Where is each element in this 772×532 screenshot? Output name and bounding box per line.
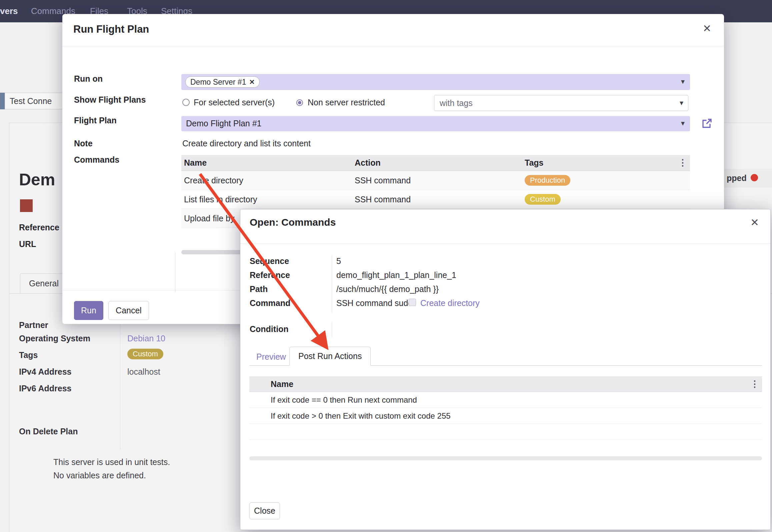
- row-name: If exit code == 0 then Run next command: [268, 395, 762, 405]
- commands-modal-close-icon[interactable]: ✕: [750, 217, 759, 228]
- cancel-button[interactable]: Cancel: [108, 301, 149, 320]
- ipv4-label: IPv4 Address: [19, 367, 71, 377]
- external-link-icon[interactable]: [701, 117, 713, 129]
- tab-preview[interactable]: Preview: [256, 352, 286, 362]
- table-row[interactable]: If exit code > 0 then Exit with custom e…: [249, 408, 762, 424]
- server-title-fragment: Dem: [19, 170, 55, 189]
- row-name: List files in directory: [181, 195, 352, 204]
- commands-label: Commands: [74, 155, 119, 165]
- run-modal-title: Run Flight Plan: [73, 23, 149, 35]
- tab-general-label: General: [29, 279, 59, 288]
- col-action: Action: [352, 158, 522, 168]
- label-value-divider: [120, 318, 120, 450]
- command-link[interactable]: Create directory: [420, 298, 480, 308]
- flight-plan-label: Flight Plan: [74, 116, 117, 125]
- tag-badge: Production: [525, 175, 570, 186]
- run-modal-close-icon[interactable]: ✕: [703, 23, 711, 34]
- commands-table-header: Name Action Tags ⋮: [181, 155, 690, 171]
- show-flight-plans-label: Show Flight Plans: [74, 95, 146, 105]
- with-tags-select[interactable]: with tags ▾: [434, 95, 688, 111]
- partner-label: Partner: [19, 320, 48, 330]
- tab-post-run-actions-label: Post Run Actions: [298, 351, 362, 361]
- tab-general[interactable]: General: [20, 273, 68, 293]
- run-on-label: Run on: [74, 74, 103, 84]
- url-label: URL: [19, 239, 36, 249]
- status-dot-icon: [751, 174, 758, 181]
- server-chip: Demo Server #1 ✕: [185, 76, 260, 88]
- radio-dot: [298, 101, 301, 104]
- tags-value-badge: Custom: [127, 349, 163, 359]
- commands-modal-title: Open: Commands: [250, 217, 336, 228]
- form-column-divider: [175, 252, 175, 292]
- condition-label: Condition: [250, 324, 289, 334]
- actions-table-header: Name ⋮: [249, 376, 762, 392]
- reference-label: Reference: [19, 223, 59, 232]
- server-chip-label: Demo Server #1: [190, 78, 246, 87]
- color-swatch: [20, 199, 33, 212]
- caret-down-icon: ▾: [680, 99, 683, 107]
- os-value-link[interactable]: Debian 10: [127, 334, 165, 343]
- plan-description: Create directory and list its content: [182, 139, 311, 148]
- on-delete-plan-label: On Delete Plan: [19, 427, 78, 436]
- run-on-select[interactable]: Demo Server #1 ✕ ▾: [181, 74, 690, 90]
- unit-test-note: This server is used in unit tests.: [53, 457, 170, 467]
- cut-button-sliver: [0, 93, 5, 109]
- no-variables-note: No variables are defined.: [53, 471, 146, 480]
- col-name: Name: [181, 158, 352, 168]
- reference-field-label: Reference: [250, 270, 290, 280]
- field-divider: [332, 255, 332, 313]
- close-button[interactable]: Close: [249, 502, 280, 519]
- radio-non-server-restricted[interactable]: [296, 99, 303, 106]
- ipv6-label: IPv6 Address: [19, 384, 71, 393]
- sequence-value: 5: [336, 256, 341, 266]
- with-tags-placeholder: with tags: [440, 98, 473, 108]
- tags-label: Tags: [19, 350, 38, 360]
- row-action: SSH command: [352, 195, 522, 204]
- run-button[interactable]: Run: [74, 301, 103, 320]
- tab-post-run-actions[interactable]: Post Run Actions: [289, 347, 371, 366]
- open-commands-modal: Open: Commands ✕ Sequence Reference Path…: [240, 209, 771, 530]
- radio-selected-servers[interactable]: [182, 99, 190, 106]
- caret-down-icon: ▾: [681, 78, 685, 85]
- chip-remove-icon[interactable]: ✕: [249, 78, 255, 86]
- path-label: Path: [250, 284, 268, 294]
- col-name: Name: [268, 379, 747, 389]
- kebab-icon[interactable]: ⋮: [747, 380, 762, 389]
- row-action: SSH command: [352, 176, 522, 185]
- sequence-label: Sequence: [250, 256, 289, 266]
- radio-selected-servers-label: For selected server(s): [194, 98, 275, 107]
- actions-hscrollbar[interactable]: [249, 456, 762, 460]
- commands-modal-header-divider: [240, 243, 770, 244]
- radio-non-server-restricted-label: Non server restricted: [308, 98, 385, 107]
- table-row-empty: [249, 424, 762, 440]
- run-button-label: Run: [81, 306, 96, 315]
- reference-value: demo_flight_plan_1_plan_line_1: [336, 270, 456, 280]
- screen: vers Commands Files Tools Settings Test …: [0, 0, 772, 532]
- kebab-icon[interactable]: ⋮: [675, 158, 690, 167]
- tag-badge: Custom: [525, 194, 561, 205]
- col-tags: Tags: [522, 158, 675, 168]
- close-button-label: Close: [254, 506, 275, 516]
- caret-down-icon: ▾: [681, 120, 685, 127]
- os-label: Operating System: [19, 334, 90, 343]
- status-label-fragment: pped: [727, 173, 747, 183]
- run-modal-header-divider: [62, 46, 724, 46]
- flight-plan-select[interactable]: Demo Flight Plan #1 ▾: [181, 116, 690, 131]
- note-label: Note: [74, 139, 93, 148]
- row-name: Create directory: [181, 176, 352, 185]
- row-name: If exit code > 0 then Exit with custom e…: [268, 411, 762, 421]
- command-value: SSH command sudo: [336, 298, 413, 308]
- table-row[interactable]: If exit code == 0 then Run next command: [249, 392, 762, 408]
- condition-divider: [332, 322, 332, 337]
- table-row[interactable]: Create directory SSH command Production: [181, 171, 690, 190]
- command-checkbox[interactable]: [409, 299, 416, 306]
- table-row[interactable]: List files in directory SSH command Cust…: [181, 190, 690, 209]
- nav-item-servers[interactable]: vers: [0, 6, 18, 16]
- ipv4-value: localhost: [127, 367, 160, 377]
- flight-plan-value: Demo Flight Plan #1: [186, 119, 262, 128]
- command-label: Command: [250, 298, 290, 308]
- test-connection-label: Test Conne: [10, 96, 52, 106]
- path-value: /such/much/{{ demo_path }}: [336, 284, 439, 294]
- cancel-button-label: Cancel: [116, 306, 142, 315]
